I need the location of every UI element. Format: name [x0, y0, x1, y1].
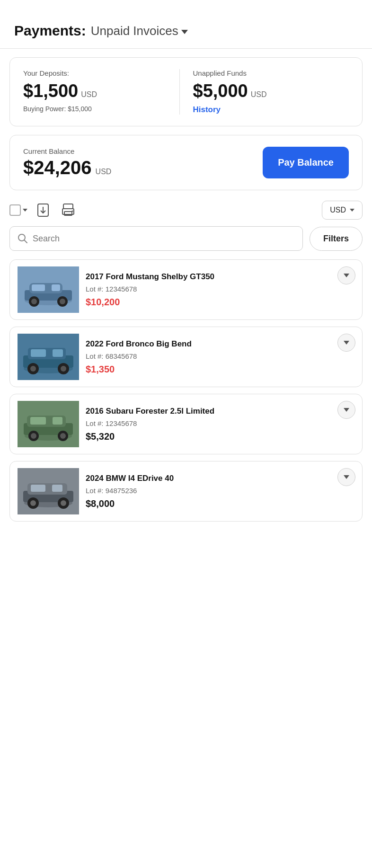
balance-amount: $24,206 USD	[23, 157, 111, 178]
vehicle-sketch-icon	[18, 266, 79, 313]
svg-rect-23	[53, 349, 63, 357]
history-link[interactable]: History	[193, 105, 349, 115]
page-title: Payments: Unpaid Invoices	[14, 23, 358, 39]
vehicle-dropdown-button[interactable]	[337, 468, 355, 486]
svg-point-15	[31, 299, 37, 304]
unapplied-currency: USD	[251, 90, 267, 99]
vehicle-name: 2024 BMW I4 EDrive 40	[86, 473, 354, 484]
table-row: 2024 BMW I4 EDrive 40 Lot #: 94875236 $8…	[9, 461, 363, 522]
balance-amount-value: $24,206	[23, 157, 92, 178]
vehicle-dropdown-button[interactable]	[337, 401, 355, 419]
payments-subtitle[interactable]: Unpaid Invoices	[91, 24, 188, 38]
buying-power-value: $15,000	[68, 105, 92, 113]
vehicle-image	[18, 266, 79, 313]
balance-currency: USD	[96, 168, 112, 176]
table-row: 2017 Ford Mustang Shelby GT350 Lot #: 12…	[9, 259, 363, 320]
buying-power: Buying Power: $15,000	[23, 105, 179, 113]
filters-button[interactable]: Filters	[310, 227, 363, 251]
vehicle-sketch-icon	[18, 468, 79, 514]
deposits-card: Your Deposits: $1,500 USD Buying Power: …	[9, 57, 363, 126]
svg-rect-12	[32, 284, 45, 291]
page-container: Payments: Unpaid Invoices Your Deposits:…	[0, 0, 372, 868]
svg-point-47	[61, 500, 66, 506]
deposits-label: Your Deposits:	[23, 69, 179, 77]
subtitle-chevron-icon[interactable]	[181, 30, 188, 34]
unapplied-amount: $5,000 USD	[193, 81, 349, 101]
search-icon	[18, 233, 28, 244]
chevron-down-icon	[344, 408, 349, 412]
svg-rect-43	[52, 485, 62, 492]
select-all-wrapper[interactable]	[9, 204, 27, 216]
svg-rect-33	[53, 417, 62, 425]
svg-point-27	[61, 366, 66, 372]
download-icon	[36, 203, 50, 217]
unapplied-amount-value: $5,000	[193, 81, 248, 101]
svg-point-45	[30, 500, 36, 506]
vehicle-lot: Lot #: 94875236	[86, 487, 354, 495]
subtitle-text: Unpaid Invoices	[91, 24, 178, 38]
unapplied-column: Unapplied Funds $5,000 USD History	[179, 69, 349, 115]
deposits-amount: $1,500 USD	[23, 81, 179, 101]
vehicle-image	[18, 468, 79, 514]
svg-point-37	[60, 433, 66, 439]
vehicle-lot: Lot #: 68345678	[86, 352, 354, 360]
search-box[interactable]	[9, 226, 303, 251]
vehicle-image	[18, 334, 79, 380]
deposits-amount-value: $1,500	[23, 81, 78, 101]
search-input[interactable]	[33, 234, 295, 244]
vehicle-lot: Lot #: 12345678	[86, 419, 354, 427]
currency-selector[interactable]: USD	[322, 201, 363, 220]
print-icon-button[interactable]	[59, 201, 78, 219]
chevron-down-icon	[344, 274, 349, 277]
content-area: Your Deposits: $1,500 USD Buying Power: …	[0, 57, 372, 522]
vehicle-dropdown-button[interactable]	[337, 266, 355, 284]
vehicle-image	[18, 401, 79, 447]
vehicle-info: 2024 BMW I4 EDrive 40 Lot #: 94875236 $8…	[86, 473, 354, 509]
toolbar-left	[9, 201, 78, 219]
select-all-checkbox[interactable]	[9, 204, 21, 216]
vehicle-info: 2016 Subaru Forester 2.5l Limited Lot #:…	[86, 406, 354, 442]
chevron-down-icon	[344, 341, 349, 345]
vehicle-price: $5,320	[86, 431, 354, 442]
deposits-column: Your Deposits: $1,500 USD Buying Power: …	[23, 69, 179, 115]
svg-point-25	[30, 366, 36, 372]
balance-card: Current Balance $24,206 USD Pay Balance	[9, 135, 363, 190]
header: Payments: Unpaid Invoices	[0, 0, 372, 48]
print-icon	[61, 203, 76, 217]
svg-line-7	[25, 240, 27, 243]
vehicle-name: 2017 Ford Mustang Shelby GT350	[86, 272, 354, 282]
toolbar-right: USD	[322, 201, 363, 220]
buying-power-label: Buying Power:	[23, 105, 66, 113]
balance-label: Current Balance	[23, 147, 111, 155]
svg-point-35	[31, 433, 36, 439]
svg-rect-42	[31, 485, 45, 492]
vehicle-lot: Lot #: 12345678	[86, 285, 354, 293]
pay-balance-button[interactable]: Pay Balance	[263, 147, 349, 178]
vehicle-list: 2017 Ford Mustang Shelby GT350 Lot #: 12…	[9, 259, 363, 522]
payments-label: Payments:	[14, 23, 86, 39]
deposits-currency: USD	[81, 90, 97, 99]
svg-point-5	[72, 211, 73, 212]
vehicle-price: $10,200	[86, 297, 354, 308]
currency-label: USD	[330, 206, 346, 214]
vehicle-price: $1,350	[86, 364, 354, 375]
svg-point-17	[60, 299, 65, 304]
table-row: 2016 Subaru Forester 2.5l Limited Lot #:…	[9, 394, 363, 454]
balance-info: Current Balance $24,206 USD	[23, 147, 111, 178]
vehicle-dropdown-button[interactable]	[337, 334, 355, 352]
vehicle-name: 2016 Subaru Forester 2.5l Limited	[86, 406, 354, 416]
download-icon-button[interactable]	[34, 201, 52, 219]
currency-chevron-icon[interactable]	[350, 209, 354, 212]
svg-rect-13	[52, 284, 60, 291]
unapplied-label: Unapplied Funds	[193, 69, 349, 77]
svg-rect-2	[63, 204, 73, 209]
vehicle-sketch-icon	[18, 401, 79, 447]
svg-rect-32	[30, 417, 46, 425]
toolbar: USD	[9, 201, 363, 220]
select-all-chevron-icon[interactable]	[23, 209, 27, 212]
vehicle-info: 2017 Ford Mustang Shelby GT350 Lot #: 12…	[86, 272, 354, 308]
chevron-down-icon	[344, 475, 349, 479]
header-divider	[0, 48, 372, 49]
vehicle-name: 2022 Ford Bronco Big Bend	[86, 339, 354, 349]
search-filters-row: Filters	[9, 226, 363, 251]
